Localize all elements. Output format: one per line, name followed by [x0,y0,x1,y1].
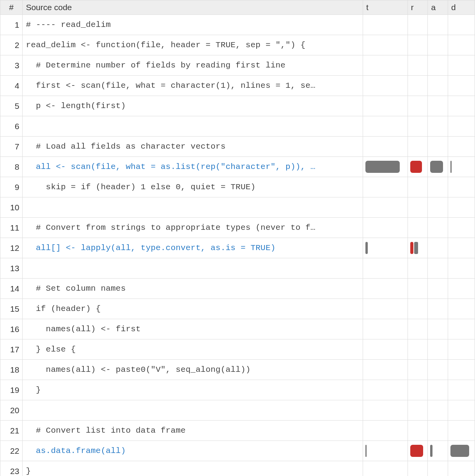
line-number: 4 [0,76,23,96]
table-row: 14 # Set column names [0,279,475,299]
line-number: 6 [0,116,23,137]
metric-t [363,339,408,360]
metric-a [428,380,448,400]
source-body: 1# ---- read_delim2read_delim <- functio… [0,15,475,476]
metric-a [428,258,448,279]
source-line: # Convert list into data frame [23,421,363,441]
metric-r [408,299,428,319]
metric-a [428,360,448,380]
metric-t [363,177,408,197]
metric-r [408,15,428,35]
source-line: } else { [23,339,363,360]
line-number: 10 [0,197,23,218]
metric-a [428,55,448,76]
header-linenum[interactable]: # [0,0,23,15]
metric-a [428,319,448,339]
metric-a [428,400,448,421]
source-line: # Set column names [23,279,363,299]
source-line [23,116,363,137]
line-number: 9 [0,177,23,197]
header-a[interactable]: a [428,0,448,15]
table-row: 15 if (header) { [0,299,475,319]
metric-t [363,299,408,319]
source-table: # Source code t r a d 1# ---- read_delim… [0,0,475,476]
metric-d [448,177,475,197]
metric-r [408,360,428,380]
metric-t [363,137,408,157]
source-line: } [23,461,363,476]
metric-r [408,96,428,116]
metric-d [448,258,475,279]
metric-d [448,35,475,55]
metric-t [363,197,408,218]
source-line: if (header) { [23,299,363,319]
metric-a [428,421,448,441]
line-number: 2 [0,35,23,55]
header-r[interactable]: r [408,0,428,15]
source-line: as.data.frame(all) [23,441,363,461]
table-row: 4 first <- scan(file, what = character(1… [0,76,475,96]
metric-r [408,339,428,360]
metric-r [408,400,428,421]
table-row: 3 # Determine number of fields by readin… [0,55,475,76]
metric-r [408,76,428,96]
metric-a [428,96,448,116]
source-line [23,258,363,279]
source-line: p <- length(first) [23,96,363,116]
metric-a [428,461,448,476]
table-row: 1# ---- read_delim [0,15,475,35]
source-line [23,197,363,218]
table-row: 5 p <- length(first) [0,96,475,116]
metric-t [363,157,408,177]
metric-r [408,55,428,76]
metric-a [428,157,448,177]
source-line: # ---- read_delim [23,15,363,35]
profiler-table: # Source code t r a d 1# ---- read_delim… [0,0,475,476]
metric-r [408,116,428,137]
metric-t [363,421,408,441]
metric-a [428,279,448,299]
source-line: names(all) <- paste0("V", seq_along(all)… [23,360,363,380]
metric-d [448,238,475,258]
metric-d [448,197,475,218]
source-line: read_delim <- function(file, header = TR… [23,35,363,55]
header-d[interactable]: d [448,0,475,15]
metric-t [363,55,408,76]
table-row: 11 # Convert from strings to appropriate… [0,218,475,238]
metric-d [448,157,475,177]
line-number: 12 [0,238,23,258]
metric-t [363,461,408,476]
line-number: 16 [0,319,23,339]
metric-a [428,238,448,258]
metric-d [448,116,475,137]
table-row: 2read_delim <- function(file, header = T… [0,35,475,55]
line-number: 14 [0,279,23,299]
metric-a [428,15,448,35]
metric-a [428,116,448,137]
table-row: 10 [0,197,475,218]
metric-r [408,441,428,461]
table-row: 7 # Load all fields as character vectors [0,137,475,157]
metric-t [363,96,408,116]
metric-t [363,76,408,96]
line-number: 21 [0,421,23,441]
line-number: 17 [0,339,23,360]
source-line [23,400,363,421]
line-number: 20 [0,400,23,421]
table-row: 12 all[] <- lapply(all, type.convert, as… [0,238,475,258]
bar-r-secondary [414,242,418,254]
bar-a [430,161,443,173]
bar-r [410,161,422,173]
bar-t [365,161,400,173]
metric-t [363,441,408,461]
line-number: 7 [0,137,23,157]
metric-r [408,35,428,55]
line-number: 1 [0,15,23,35]
header-t[interactable]: t [363,0,408,15]
header-source[interactable]: Source code [23,0,363,15]
metric-a [428,339,448,360]
metric-d [448,339,475,360]
table-row: 19 } [0,380,475,400]
line-number: 13 [0,258,23,279]
metric-a [428,76,448,96]
